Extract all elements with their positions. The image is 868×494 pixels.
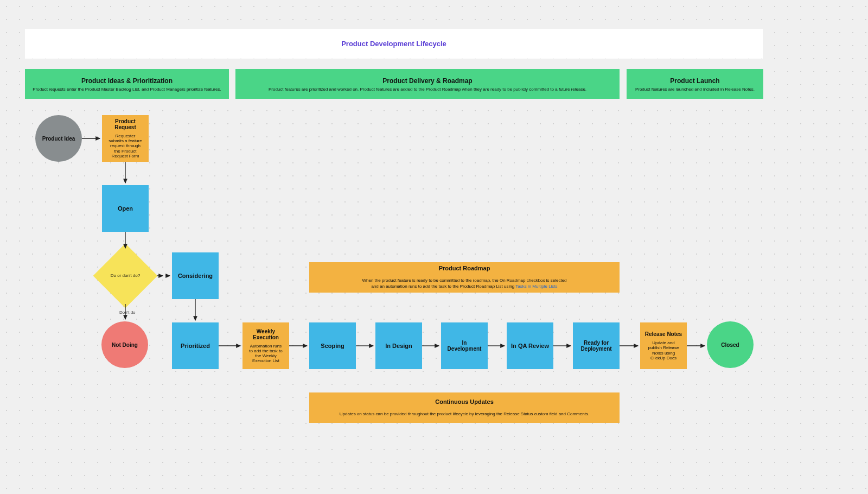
node-release-sub: Update and publish Release Notes using C… [643,340,684,360]
phase-launch-title: Product Launch [634,77,756,85]
node-product-idea-label: Product Idea [42,136,75,142]
node-closed-label: Closed [721,342,739,348]
node-scoping-label: Scoping [321,343,344,349]
node-prioritized[interactable]: Prioritized [172,322,219,369]
phase-launch: Product Launch Product features are laun… [627,69,763,99]
node-decision-label: Do or don't do? [103,273,148,278]
node-in-qa-label: In QA Review [511,343,549,349]
node-ready-deploy[interactable]: Ready for Deployment [573,322,620,369]
node-in-dev-label: In Development [444,340,484,352]
node-product-request-title: Product Request [105,118,145,130]
panel-continuous-sub: Updates on status can be provided throug… [317,411,612,417]
node-not-doing[interactable]: Not Doing [101,321,148,368]
panel-roadmap-title: Product Roadmap [317,265,612,271]
node-open[interactable]: Open [102,185,149,232]
node-not-doing-label: Not Doing [112,342,138,348]
node-considering-label: Considering [178,273,213,279]
node-prioritized-label: Prioritized [181,343,210,349]
node-ready-label: Ready for Deployment [576,340,616,352]
node-product-request[interactable]: Product Request Requester submits a feat… [102,115,149,162]
phase-ideas-title: Product Ideas & Prioritization [33,77,221,85]
node-considering[interactable]: Considering [172,252,219,299]
node-closed[interactable]: Closed [707,321,754,368]
node-open-label: Open [118,205,133,212]
panel-continuous-title: Continuous Updates [317,398,612,405]
node-decision[interactable]: Do or don't do? [103,253,148,299]
phase-delivery-title: Product Delivery & Roadmap [243,77,612,85]
panel-continuous: Continuous Updates Updates on status can… [309,392,620,423]
node-weekly-sub: Automation runs to add the task to the W… [246,344,286,364]
edge-label-dont-do: Don't do [119,310,136,315]
phase-ideas: Product Ideas & Prioritization Product r… [25,69,229,99]
phase-delivery: Product Delivery & Roadmap Product featu… [235,69,620,99]
panel-roadmap-sub-a: When the product feature is ready to be … [362,278,566,283]
node-product-idea[interactable]: Product Idea [35,115,82,162]
node-release-title: Release Notes [645,331,682,337]
node-in-design-label: In Design [385,343,412,349]
title-banner: Product Development Lifecycle [25,29,763,59]
panel-roadmap-link[interactable]: Tasks in Multiple Lists [515,284,557,289]
node-release-notes[interactable]: Release Notes Update and publish Release… [640,322,687,369]
panel-roadmap: Product Roadmap When the product feature… [309,262,620,293]
node-product-request-sub: Requester submits a feature request thro… [105,134,145,159]
node-weekly-execution[interactable]: Weekly Execution Automation runs to add … [242,322,289,369]
diagram-canvas[interactable]: Product Development Lifecycle Product Id… [0,0,868,494]
panel-roadmap-sub-b: and an automation runs to add the task t… [371,284,515,289]
node-weekly-title: Weekly Execution [246,328,286,340]
node-in-development[interactable]: In Development [441,322,488,369]
phase-launch-sub: Product features are launched and includ… [634,87,756,92]
phase-ideas-sub: Product requests enter the Product Maste… [33,87,221,92]
node-in-design[interactable]: In Design [375,322,422,369]
title-text: Product Development Lifecycle [341,40,446,48]
node-in-qa[interactable]: In QA Review [507,322,553,369]
node-scoping[interactable]: Scoping [309,322,356,369]
phase-delivery-sub: Product features are prioritized and wor… [243,87,612,92]
